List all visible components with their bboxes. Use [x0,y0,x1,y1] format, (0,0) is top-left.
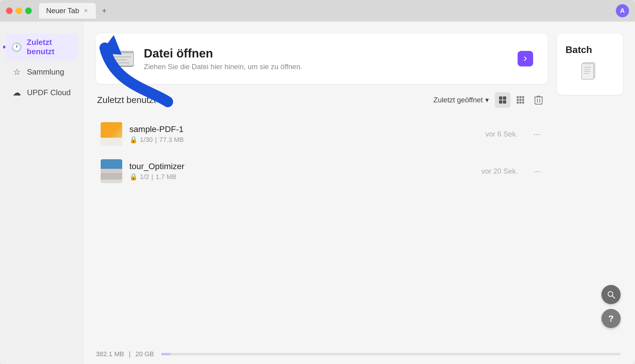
svg-rect-28 [584,71,591,72]
svg-rect-9 [499,100,502,104]
view-icons [495,92,546,108]
close-button[interactable] [6,7,13,14]
folder-icon [110,46,134,72]
lock-icon: 🔒 [129,136,137,144]
bottom-bar: 382.1 MB | 20 GB [84,347,635,364]
batch-icon[interactable] [580,61,600,84]
titlebar: Neuer Tab ✕ + A [0,0,635,22]
header-actions: Zuletzt geöffnet ▾ [433,92,546,108]
sidebar-item-updf-cloud[interactable]: ☁ UPDF Cloud [6,84,78,102]
svg-rect-27 [584,69,590,70]
storage-used: 382.1 MB [96,350,124,358]
open-file-button[interactable] [518,51,533,66]
avatar[interactable]: A [616,4,629,17]
grid-small-view-button[interactable] [513,92,528,108]
recently-used-header: Zuletzt benutzt Zuletzt geöffnet ▾ [96,92,548,108]
svg-line-31 [612,296,615,298]
svg-rect-3 [111,51,134,53]
file-time-2: vor 20 Sek. [481,167,518,175]
file-open-text: Datei öffnen Ziehen Sie die Datei hier h… [144,47,302,71]
floating-buttons: ? [601,285,621,328]
sidebar-item-label: Sammlung [27,67,64,77]
batch-panel: Batch [557,34,623,95]
help-float-button[interactable]: ? [601,309,621,328]
file-info-1: sample-PDF-1 🔒 1/30 | 77.3 MB [129,125,478,144]
cloud-icon: ☁ [11,88,22,98]
file-more-button-2[interactable]: ··· [531,165,543,177]
svg-rect-18 [519,101,521,104]
svg-rect-15 [519,99,521,101]
tab-title: Neuer Tab [46,7,79,15]
svg-rect-14 [517,99,519,101]
maximize-button[interactable] [25,7,32,14]
main-panel: Datei öffnen Ziehen Sie die Datei hier h… [96,34,548,335]
file-item[interactable]: sample-PDF-1 🔒 1/30 | 77.3 MB vor 6 Sek.… [96,116,548,152]
svg-rect-29 [584,73,589,74]
svg-rect-19 [522,101,524,104]
content-area: Datei öffnen Ziehen Sie die Datei hier h… [84,22,635,347]
sort-label: Zuletzt geöffnet [433,96,483,104]
clock-icon: 🕐 [11,42,22,52]
sidebar-item-recently-used[interactable]: 🕐 Zuletzt benutzt [6,34,78,60]
svg-rect-2 [111,52,134,66]
tab-close-button[interactable]: ✕ [83,8,89,14]
storage-total: 20 GB [135,350,154,358]
svg-rect-7 [499,96,502,100]
svg-rect-13 [522,96,524,98]
traffic-lights [6,7,32,14]
file-list: sample-PDF-1 🔒 1/30 | 77.3 MB vor 6 Sek.… [96,116,548,189]
help-icon: ? [608,313,614,324]
sidebar-item-label: Zuletzt benutzt [27,38,72,56]
tab-bar: Neuer Tab ✕ + [39,3,616,19]
file-meta-2: 🔒 1/2 | 1.7 MB [129,173,474,181]
file-open-subtitle: Ziehen Sie die Datei hier hinein, um sie… [144,63,302,71]
file-thumbnail-1 [101,122,122,146]
chevron-down-icon: ▾ [485,96,489,104]
svg-rect-11 [517,96,519,98]
search-float-button[interactable] [601,285,621,304]
file-open-title: Datei öffnen [144,47,302,60]
file-name-2: tour_Optimizer [129,162,474,171]
active-indicator [3,46,5,48]
svg-rect-10 [503,100,506,104]
file-size-2: 1.7 MB [155,173,176,181]
file-pages-2: 1/2 [140,173,149,181]
file-thumbnail-2 [101,159,122,183]
storage-fill [161,353,170,355]
storage-separator: | [129,350,131,358]
grid-large-view-button[interactable] [495,92,510,108]
file-meta-1: 🔒 1/30 | 77.3 MB [129,136,478,144]
svg-rect-17 [517,101,519,104]
batch-title: Batch [566,44,592,55]
content-wrapper: Datei öffnen Ziehen Sie die Datei hier h… [84,22,635,364]
storage-bar [161,353,621,355]
file-time-1: vor 6 Sek. [486,130,518,138]
file-pages-1: 1/30 [140,136,153,144]
file-info-2: tour_Optimizer 🔒 1/2 | 1.7 MB [129,162,474,181]
file-more-button-1[interactable]: ··· [531,128,543,140]
new-tab-button[interactable]: + [98,5,110,17]
file-open-card[interactable]: Datei öffnen Ziehen Sie die Datei hier h… [96,34,548,84]
recently-used-title: Zuletzt benutzt [97,95,156,105]
svg-rect-26 [584,67,591,68]
file-size-1: 77.3 MB [159,136,184,144]
file-name-1: sample-PDF-1 [129,125,478,134]
svg-rect-12 [519,96,521,98]
svg-rect-16 [522,99,524,101]
sort-dropdown[interactable]: Zuletzt geöffnet ▾ [433,96,489,104]
minimize-button[interactable] [16,7,22,14]
sidebar: 🕐 Zuletzt benutzt ☆ Sammlung ☁ UPDF Clou… [0,22,84,364]
main-content: 🕐 Zuletzt benutzt ☆ Sammlung ☁ UPDF Clou… [0,22,635,364]
lock-icon: 🔒 [129,173,137,181]
sidebar-item-collection[interactable]: ☆ Sammlung [6,63,78,81]
sidebar-item-label: UPDF Cloud [27,88,71,97]
delete-button[interactable] [531,92,546,108]
svg-rect-20 [535,97,542,104]
file-item[interactable]: tour_Optimizer 🔒 1/2 | 1.7 MB vor 20 Sek… [96,153,548,189]
active-tab[interactable]: Neuer Tab ✕ [39,3,96,19]
star-icon: ☆ [11,67,22,77]
svg-rect-8 [503,96,506,100]
